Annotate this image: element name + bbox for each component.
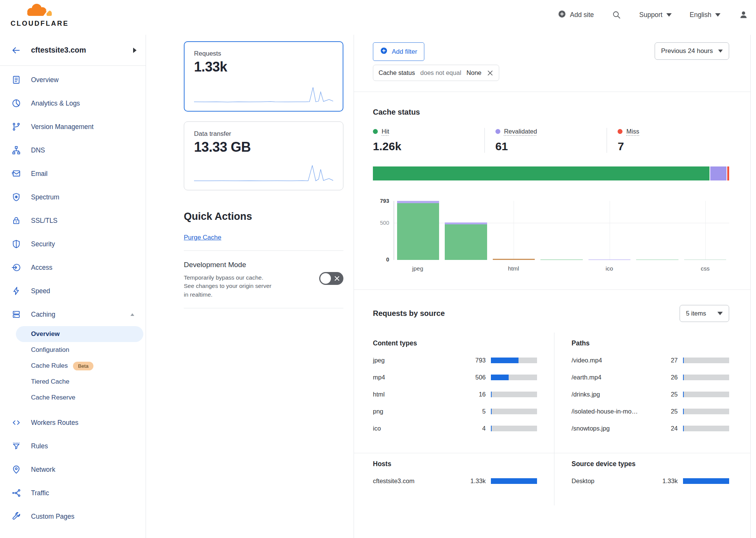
- requests-metric-card[interactable]: Requests 1.33k: [184, 41, 343, 112]
- site-switcher-caret-icon[interactable]: [133, 48, 137, 53]
- overview-icon: [11, 75, 21, 85]
- back-arrow-icon[interactable]: [11, 46, 20, 55]
- email-icon: [11, 169, 21, 179]
- sidebar-item-speed[interactable]: Speed: [0, 279, 146, 303]
- data-transfer-metric-card[interactable]: Data transfer 13.33 GB: [184, 121, 343, 190]
- list-item-bar-fill: [683, 375, 684, 380]
- custom-pages-icon: [11, 512, 21, 521]
- bar-5: [636, 260, 678, 260]
- metric-label: Data transfer: [194, 130, 333, 138]
- beta-badge: Beta: [73, 362, 93, 370]
- remove-filter-icon[interactable]: [487, 70, 494, 76]
- cache-status-legend: Hit1.26kRevalidated61Miss7: [373, 128, 729, 153]
- search-icon[interactable]: [612, 10, 621, 19]
- sidebar-item-traffic[interactable]: Traffic: [0, 481, 146, 505]
- sidebar-item-rules[interactable]: Rules: [0, 434, 146, 458]
- sidebar-item-spectrum[interactable]: Spectrum: [0, 185, 146, 209]
- list-item-bar: [491, 392, 537, 397]
- x-tick-empty: [442, 265, 490, 272]
- cache-status-section: Cache status Hit1.26kRevalidated61Miss7 …: [354, 92, 750, 290]
- list-item-bar-fill: [491, 409, 492, 414]
- bar-segment: [588, 260, 630, 260]
- list-item-bar-fill: [683, 392, 684, 397]
- x-axis-labels: jpeghtmlicocss: [394, 265, 729, 272]
- sidebar-item-network[interactable]: Network: [0, 458, 146, 481]
- list-item-label: /snowtops.jpg: [571, 425, 660, 432]
- language-menu[interactable]: English: [690, 11, 720, 19]
- plus-circle-icon: [558, 10, 566, 20]
- list-item-bar-fill: [683, 409, 684, 414]
- list-item-value: 1.33k: [660, 477, 678, 485]
- toggle-knob: [320, 273, 331, 284]
- list-item-value: 793: [468, 357, 486, 364]
- caching-submenu: OverviewConfigurationCache RulesBetaTier…: [0, 326, 146, 411]
- data-transfer-sparkline-chart: [194, 163, 333, 183]
- support-menu[interactable]: Support: [639, 11, 671, 19]
- time-range-dropdown[interactable]: Previous 24 hours: [655, 42, 729, 60]
- speed-icon: [11, 286, 21, 296]
- sidebar-item-label: Security: [31, 240, 55, 248]
- sidebar-item-email[interactable]: Email: [0, 162, 146, 185]
- sidebar-item-caching[interactable]: Caching: [0, 303, 146, 326]
- spectrum-icon: [11, 192, 21, 202]
- bar-slot-3: [538, 201, 586, 260]
- sidebar-item-custom-pages[interactable]: Custom Pages: [0, 505, 146, 528]
- bar-segment: [493, 259, 535, 260]
- sidebar-item-label: Email: [31, 170, 48, 178]
- sidebar-subitem-caching-overview[interactable]: Overview: [16, 326, 143, 342]
- filter-field: Cache status: [379, 69, 415, 76]
- account-icon[interactable]: [739, 10, 748, 20]
- list-item-bar: [683, 392, 729, 397]
- bar-slot-5: [633, 201, 681, 260]
- sidebar-item-workers-routes[interactable]: Workers Routes: [0, 411, 146, 434]
- sidebar-item-label: Network: [31, 466, 55, 474]
- app-body: cftestsite3.com OverviewAnalytics & Logs…: [0, 35, 756, 538]
- list-title: Hosts: [373, 460, 537, 468]
- sidebar-item-dns[interactable]: DNS: [0, 138, 146, 162]
- legend-label-hit[interactable]: Hit: [373, 128, 389, 135]
- purge-cache-link[interactable]: Purge Cache: [184, 234, 221, 241]
- y-tick-0: 0: [386, 257, 389, 263]
- top-header: CLOUDFLARE Add site Support English: [0, 0, 756, 35]
- sidebar: cftestsite3.com OverviewAnalytics & Logs…: [0, 35, 146, 538]
- list-item-label: ico: [373, 425, 468, 432]
- legend-label-miss[interactable]: Miss: [618, 128, 639, 135]
- add-site-button[interactable]: Add site: [558, 10, 594, 20]
- bar-segment: [540, 260, 582, 260]
- list-title: Content types: [373, 339, 537, 347]
- legend-dot-icon: [495, 129, 500, 134]
- x-tick-jpeg: jpeg: [394, 265, 442, 272]
- sidebar-item-security[interactable]: Security: [0, 232, 146, 256]
- sidebar-subitem-caching-configuration[interactable]: Configuration: [0, 342, 146, 358]
- x-tick-empty: [633, 265, 681, 272]
- list-item-label: /video.mp4: [571, 357, 660, 364]
- legend-label-revalidated[interactable]: Revalidated: [495, 128, 537, 135]
- add-filter-button[interactable]: Add filter: [373, 42, 424, 61]
- list-item-ico: ico4: [373, 420, 537, 437]
- sidebar-item-analytics-logs[interactable]: Analytics & Logs: [0, 92, 146, 115]
- metric-value: 13.33 GB: [194, 139, 333, 155]
- analytics-panel: Add filter Previous 24 hours Cache statu…: [354, 35, 751, 538]
- list-item-bar-fill: [491, 392, 492, 397]
- development-mode-toggle[interactable]: [319, 272, 343, 285]
- sidebar-item-version-management[interactable]: Version Management: [0, 115, 146, 138]
- sidebar-subitem-caching-cache-reserve[interactable]: Cache Reserve: [0, 390, 146, 406]
- sidebar-item-label: Custom Pages: [31, 513, 75, 521]
- list-item-value: 16: [468, 391, 486, 398]
- sidebar-item-overview[interactable]: Overview: [0, 68, 146, 92]
- sidebar-item-ssl-tls[interactable]: SSL/TLS: [0, 209, 146, 232]
- sidebar-subitem-caching-tiered-cache[interactable]: Tiered Cache: [0, 374, 146, 390]
- list-item-bar-fill: [491, 426, 492, 431]
- items-count-dropdown[interactable]: 5 items: [680, 305, 729, 322]
- active-filter-chip[interactable]: Cache status does not equal None: [373, 65, 499, 81]
- list-item-label: cftestsite3.com: [373, 477, 468, 485]
- list-item-value: 25: [660, 391, 678, 398]
- sidebar-subitem-caching-cache-rules[interactable]: Cache RulesBeta: [0, 358, 146, 374]
- bar-segment: [636, 260, 678, 260]
- subitem-label: Cache Reserve: [31, 394, 75, 401]
- sidebar-item-access[interactable]: Access: [0, 256, 146, 279]
- list-item-html: html16: [373, 386, 537, 403]
- y-axis: 7935000: [373, 201, 394, 260]
- cloudflare-logo[interactable]: CLOUDFLARE: [6, 2, 73, 28]
- bar-jpeg: [397, 201, 439, 260]
